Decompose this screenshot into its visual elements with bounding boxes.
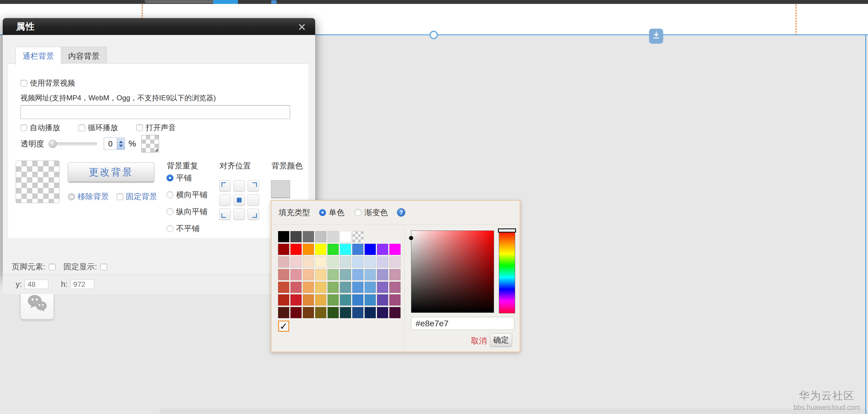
radio-option[interactable]: 平铺 bbox=[166, 173, 208, 183]
align-bottom-left[interactable] bbox=[219, 208, 231, 220]
align-middle-right[interactable] bbox=[248, 194, 259, 206]
radio-icon[interactable] bbox=[166, 174, 174, 181]
color-swatch-a0c890[interactable] bbox=[328, 269, 339, 280]
color-swatch-6c0410[interactable] bbox=[290, 307, 302, 318]
toolbar-icon-partial[interactable] bbox=[271, 0, 277, 4]
color-swatch-28ffff[interactable] bbox=[340, 244, 351, 255]
color-swatch-d8d8d8[interactable] bbox=[328, 231, 339, 242]
color-swatch-e098a0[interactable] bbox=[290, 269, 302, 280]
radio-option[interactable]: 不平铺 bbox=[166, 223, 208, 234]
checkbox-option[interactable]: 自动播放 bbox=[21, 123, 60, 133]
color-swatch-d4d0ec[interactable] bbox=[377, 256, 388, 268]
checkbox-icon[interactable] bbox=[21, 125, 27, 131]
color-swatch-408cc8[interactable] bbox=[365, 295, 376, 306]
align-bottom-right[interactable] bbox=[248, 208, 259, 220]
stepper-up-icon[interactable] bbox=[119, 141, 123, 143]
color-swatch-fe0000[interactable] bbox=[290, 244, 302, 255]
color-swatch-b06890[interactable] bbox=[390, 282, 401, 293]
selection-resize-handle[interactable] bbox=[430, 31, 438, 39]
color-swatch-000000[interactable] bbox=[278, 231, 289, 242]
background-preview[interactable] bbox=[16, 161, 59, 203]
color-swatch-0000ff[interactable] bbox=[365, 244, 376, 255]
color-swatch-ffffff[interactable] bbox=[340, 231, 351, 242]
color-swatch-743c10[interactable] bbox=[303, 307, 314, 318]
tab-1[interactable]: 内容背景 bbox=[61, 47, 107, 65]
video-url-input[interactable] bbox=[21, 105, 290, 119]
color-swatch-88b4e8[interactable] bbox=[352, 269, 364, 280]
color-swatch-f8d898[interactable] bbox=[315, 269, 326, 280]
color-swatch-f0a860[interactable] bbox=[303, 282, 314, 293]
color-swatch-f0c868[interactable] bbox=[315, 282, 326, 293]
color-swatch-d06068[interactable] bbox=[290, 282, 302, 293]
color-swatch-a098d0[interactable] bbox=[377, 269, 388, 280]
color-swatch-e0b8b8[interactable] bbox=[278, 256, 289, 268]
color-swatch-c8dcf4[interactable] bbox=[352, 256, 364, 268]
radio-icon[interactable] bbox=[166, 225, 174, 232]
help-icon[interactable]: ? bbox=[397, 208, 405, 217]
color-swatch-c898b0[interactable] bbox=[390, 269, 401, 280]
color-swatch-123c44[interactable] bbox=[340, 307, 351, 318]
radio-icon[interactable] bbox=[166, 208, 174, 215]
opacity-transparency-swatch[interactable] bbox=[142, 135, 159, 152]
radio-option[interactable]: 单色 bbox=[319, 207, 344, 218]
checkbox-option[interactable]: 打开声音 bbox=[136, 123, 176, 133]
stepper-down-icon[interactable] bbox=[119, 145, 123, 147]
color-swatch-transparent[interactable] bbox=[352, 231, 364, 242]
color-swatch-fcf0d0[interactable] bbox=[315, 256, 326, 268]
footer-element-checkbox[interactable] bbox=[49, 264, 56, 270]
color-swatch-28e028[interactable] bbox=[328, 244, 339, 255]
checkbox-icon[interactable] bbox=[79, 125, 85, 131]
color-swatch-1c4884[interactable] bbox=[352, 307, 364, 318]
ok-button[interactable]: 确定 bbox=[490, 333, 512, 347]
dialog-titlebar[interactable]: 属性 bbox=[3, 18, 315, 35]
color-swatch-d0e0e0[interactable] bbox=[340, 256, 351, 268]
color-swatch-d0e0f0[interactable] bbox=[365, 256, 376, 268]
color-swatch-a04c7c[interactable] bbox=[390, 295, 401, 306]
opacity-stepper[interactable] bbox=[117, 138, 125, 149]
align-middle-left[interactable] bbox=[219, 194, 231, 206]
background-color-swatch[interactable] bbox=[271, 180, 290, 198]
color-swatch-70a450[interactable] bbox=[328, 295, 339, 306]
color-swatch-88b468[interactable] bbox=[328, 282, 339, 293]
align-top-center[interactable] bbox=[234, 180, 245, 192]
color-swatch-88b4b8[interactable] bbox=[340, 269, 351, 280]
checkbox-icon[interactable] bbox=[136, 125, 143, 131]
radio-option[interactable]: 渐变色 bbox=[355, 207, 388, 218]
opacity-slider-knob[interactable] bbox=[49, 140, 57, 148]
align-top-left[interactable] bbox=[219, 180, 231, 192]
remove-background-icon[interactable] bbox=[68, 193, 75, 200]
color-swatch-449098[interactable] bbox=[340, 295, 351, 306]
color-swatch-ffff00[interactable] bbox=[315, 244, 326, 255]
color-swatch-9a0000[interactable] bbox=[278, 244, 289, 255]
color-swatch-c2c2c2[interactable] bbox=[315, 231, 326, 242]
color-swatch-64a4dc[interactable] bbox=[365, 282, 376, 293]
opacity-value-input[interactable] bbox=[104, 138, 117, 149]
cancel-button[interactable]: 取消 bbox=[471, 336, 487, 346]
color-swatch-68a0a8[interactable] bbox=[340, 282, 351, 293]
align-center[interactable] bbox=[234, 194, 245, 206]
use-background-video-checkbox[interactable] bbox=[21, 80, 27, 87]
remove-background-link[interactable]: 移除背景 bbox=[78, 191, 109, 202]
color-swatch-440c34[interactable] bbox=[390, 307, 401, 318]
color-swatch-5898dc[interactable] bbox=[352, 282, 364, 293]
change-background-button[interactable]: 更改背景 bbox=[68, 163, 154, 182]
fixed-display-checkbox[interactable] bbox=[100, 264, 107, 270]
color-swatch-98c0e4[interactable] bbox=[365, 269, 376, 280]
color-swatch-0c2858[interactable] bbox=[365, 307, 376, 318]
tab-0[interactable]: 通栏背景 bbox=[16, 47, 61, 65]
color-swatch-6e6e6e[interactable] bbox=[303, 231, 314, 242]
align-top-right[interactable] bbox=[248, 180, 259, 192]
hue-cursor[interactable] bbox=[498, 229, 516, 233]
color-swatch-8468c4[interactable] bbox=[377, 282, 388, 293]
hex-color-input[interactable] bbox=[411, 317, 514, 330]
color-swatch-ff00ff[interactable] bbox=[390, 244, 401, 255]
color-swatch-f0d0d0[interactable] bbox=[290, 256, 302, 268]
saturation-value-square[interactable] bbox=[411, 231, 494, 313]
color-swatch-2c5418[interactable] bbox=[328, 307, 339, 318]
radio-icon[interactable] bbox=[355, 209, 362, 216]
color-swatch-ff9000[interactable] bbox=[303, 244, 314, 255]
color-swatch-746014[interactable] bbox=[315, 307, 326, 318]
toolbar-input-partial[interactable] bbox=[145, 0, 215, 3]
color-swatch-c84c34[interactable] bbox=[278, 282, 289, 293]
color-swatch-f4c098[interactable] bbox=[303, 269, 314, 280]
